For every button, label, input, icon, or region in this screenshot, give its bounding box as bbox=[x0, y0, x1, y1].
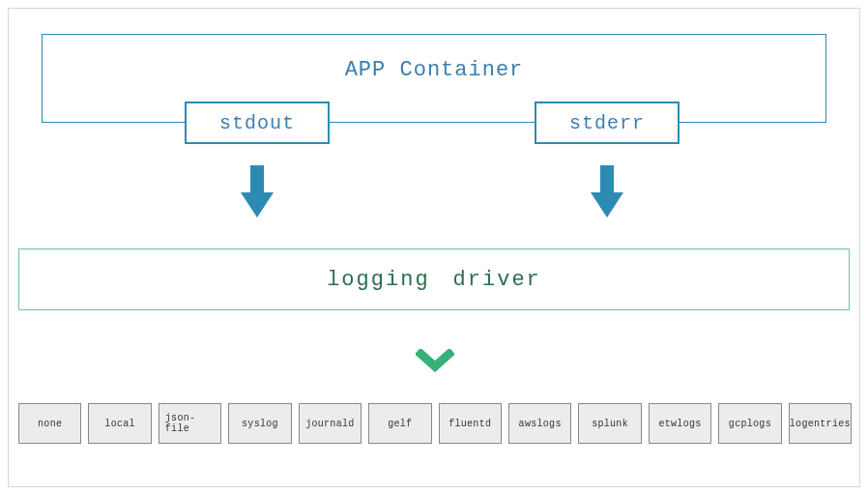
driver-item: gcplogs bbox=[718, 403, 781, 444]
stderr-box: stderr bbox=[535, 102, 680, 144]
driver-label: fluentd bbox=[448, 419, 491, 429]
stderr-label: stderr bbox=[569, 112, 645, 134]
logging-label-left: logging bbox=[327, 268, 429, 292]
driver-item: fluentd bbox=[439, 403, 502, 444]
driver-label: none bbox=[38, 419, 62, 429]
driver-label: gelf bbox=[388, 419, 412, 429]
driver-label: awslogs bbox=[519, 419, 562, 429]
driver-item: splunk bbox=[578, 403, 641, 444]
app-container-label: APP Container bbox=[345, 58, 524, 82]
stdout-box: stdout bbox=[185, 102, 330, 144]
driver-label: splunk bbox=[592, 419, 628, 429]
driver-item: etwlogs bbox=[649, 403, 711, 444]
driver-label: local bbox=[104, 419, 135, 429]
logging-label-right: driver bbox=[453, 268, 541, 292]
driver-item: none bbox=[18, 403, 81, 444]
chevron-down-icon bbox=[416, 349, 454, 378]
driver-item: local bbox=[88, 403, 151, 444]
app-container-box: APP Container bbox=[42, 34, 826, 123]
arrow-down-icon bbox=[593, 165, 622, 219]
stdout-label: stdout bbox=[219, 112, 295, 134]
driver-item: syslog bbox=[228, 403, 291, 444]
driver-item: awslogs bbox=[508, 403, 571, 444]
arrow-down-icon bbox=[243, 165, 272, 219]
driver-item: journald bbox=[299, 403, 362, 444]
driver-label: gcplogs bbox=[729, 419, 771, 429]
drivers-row: none local json-file syslog journald gel… bbox=[18, 403, 852, 444]
driver-label: json-file bbox=[165, 413, 215, 434]
driver-item: gelf bbox=[368, 403, 431, 444]
driver-label: syslog bbox=[242, 419, 278, 429]
logging-driver-box: logging driver bbox=[18, 248, 850, 310]
driver-item: logentries bbox=[789, 403, 852, 444]
driver-label: etwlogs bbox=[658, 419, 701, 429]
driver-item: json-file bbox=[159, 403, 221, 444]
driver-label: journald bbox=[305, 419, 354, 429]
driver-label: logentries bbox=[790, 419, 851, 429]
diagram-frame: APP Container stdout stderr logging driv… bbox=[8, 8, 860, 487]
